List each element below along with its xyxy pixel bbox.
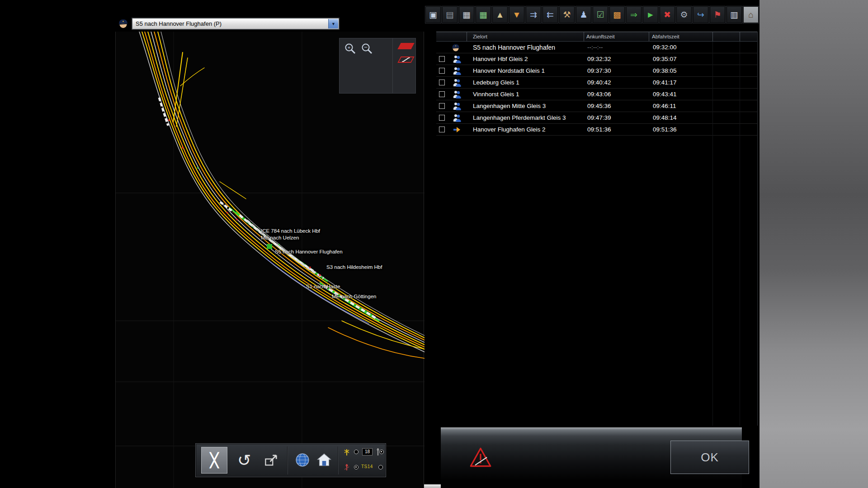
row-checkbox[interactable] bbox=[439, 91, 445, 97]
row-checkbox[interactable] bbox=[439, 56, 445, 62]
delete-button[interactable]: ▤ bbox=[442, 6, 458, 23]
ts-label: TS14 bbox=[361, 464, 373, 469]
abfahrtszeit-cell: 09:41:17 bbox=[653, 79, 677, 86]
pan-tool-button[interactable]: ╳ bbox=[201, 447, 227, 474]
toolbar-divider bbox=[287, 446, 288, 474]
route-edit-icon[interactable] bbox=[397, 56, 414, 63]
move-down-button[interactable]: ▼ bbox=[509, 6, 524, 23]
ok-button[interactable]: OK bbox=[670, 441, 749, 474]
toolbar-divider bbox=[338, 446, 339, 474]
staff-button[interactable]: ♟ bbox=[576, 6, 591, 23]
route-display-icon[interactable] bbox=[397, 43, 414, 49]
timetable-row[interactable]: Ledeburg Gleis 1 09:40:42 09:41:17 bbox=[436, 77, 757, 89]
dialog-panel: OK bbox=[441, 427, 742, 488]
remove-train-button[interactable]: ✖ bbox=[660, 6, 675, 23]
column-divider bbox=[712, 42, 713, 426]
depot-house-icon: ⌂ bbox=[748, 10, 753, 19]
svg-text:+: + bbox=[348, 45, 350, 50]
timetable-row[interactable]: Langenhagen Mitte Gleis 3 09:45:36 09:46… bbox=[436, 100, 757, 112]
timetable-row[interactable]: Hanover Flughafen Gleis 2 09:51:36 09:51… bbox=[436, 124, 757, 136]
person-icon: ♟ bbox=[580, 10, 587, 19]
combo-dropdown-button[interactable]: ▼ bbox=[328, 19, 338, 28]
svg-text:−: − bbox=[364, 44, 368, 51]
contact-grid-green-button[interactable]: ▦ bbox=[476, 6, 491, 23]
ankunftszeit-cell: 09:45:36 bbox=[587, 103, 611, 109]
zielort-cell: Langenhagen Mitte Gleis 3 bbox=[473, 103, 546, 109]
track-map[interactable]: ICE 784 nach Lübeck Hbf ME nach Uelzen S… bbox=[115, 32, 424, 488]
abfahrtszeit-cell: 09:38:05 bbox=[653, 67, 677, 74]
rotate-view-button[interactable]: ↺ bbox=[232, 447, 256, 474]
flag-button[interactable]: ⚑ bbox=[710, 6, 725, 23]
blocks-button[interactable]: ▩ bbox=[609, 6, 625, 23]
enter-depot-button[interactable]: ↪ bbox=[693, 6, 708, 23]
zoom-in-button[interactable]: + bbox=[343, 42, 358, 56]
timetable-row[interactable]: Hanover Hbf Gleis 2 09:32:32 09:35:07 bbox=[436, 53, 757, 65]
tools-button[interactable]: ⚒ bbox=[559, 6, 575, 23]
ts-radio-1[interactable] bbox=[354, 465, 359, 469]
blocks-icon: ▩ bbox=[613, 10, 621, 19]
contact-grid-button[interactable]: ▦ bbox=[459, 6, 474, 23]
settings-button[interactable]: ⚙ bbox=[676, 6, 692, 23]
zielort-cell: Hanover Flughafen Gleis 2 bbox=[473, 126, 546, 133]
move-up-button[interactable]: ▲ bbox=[492, 6, 508, 23]
chevron-down-icon: ▼ bbox=[331, 22, 335, 26]
app-screen: ICE 784 nach Lübeck Hbf ME nach Uelzen S… bbox=[0, 0, 868, 488]
flag-icon: ⚑ bbox=[713, 10, 721, 19]
map-zoom-overlay: + − bbox=[339, 38, 416, 94]
passengers-icon bbox=[453, 90, 462, 99]
passengers-icon bbox=[453, 66, 462, 75]
map-toolbar: ╳ ↺ bbox=[195, 443, 386, 477]
home-view-button[interactable] bbox=[314, 450, 334, 471]
hammer-icon: ⚒ bbox=[563, 10, 571, 19]
globe-icon bbox=[294, 452, 311, 468]
insert-arrow-icon: ⇒ bbox=[630, 10, 637, 19]
gear-icon: ⚙ bbox=[680, 10, 688, 19]
passengers-icon bbox=[453, 113, 462, 122]
save-button[interactable]: ▣ bbox=[425, 6, 441, 23]
row-checkbox[interactable] bbox=[439, 103, 445, 109]
shift-right-button[interactable]: ⇉ bbox=[526, 6, 541, 23]
verify-button[interactable]: ☑ bbox=[593, 6, 608, 23]
timetable-row[interactable]: Langenhagen Pferdemarkt Gleis 3 09:47:39… bbox=[436, 112, 757, 124]
timetable-row[interactable]: S5 nach Hannover Flughafen --:--:-- 09:3… bbox=[436, 42, 757, 53]
passengers-icon bbox=[453, 78, 462, 87]
abfahrtszeit-cell: 09:46:11 bbox=[653, 103, 676, 109]
check-icon: ☑ bbox=[596, 10, 604, 19]
ankunftszeit-cell: 09:37:30 bbox=[587, 67, 611, 74]
abfahrtszeit-cell: 09:48:14 bbox=[653, 114, 677, 121]
signal-radio-1[interactable] bbox=[354, 450, 359, 454]
timetable-panel: Zielort Ankunftszeit Abfahrtszeit S5 nac… bbox=[436, 32, 758, 426]
row-checkbox[interactable] bbox=[439, 115, 445, 121]
calculator-button[interactable]: ▥ bbox=[726, 6, 742, 23]
train-selector[interactable]: S5 nach Hannover Flughafen (P) ▼ bbox=[132, 18, 339, 29]
passengers-icon bbox=[453, 55, 462, 64]
grid-green-icon: ▦ bbox=[479, 10, 487, 19]
zielort-cell: S5 nach Hannover Flughafen bbox=[473, 44, 555, 51]
grid-icon: ▦ bbox=[462, 10, 471, 19]
go-next-button[interactable]: ► bbox=[643, 6, 658, 23]
abfahrtszeit-cell: 09:35:07 bbox=[653, 56, 677, 62]
zielort-cell: Langenhagen Pferdemarkt Gleis 3 bbox=[473, 114, 566, 121]
row-checkbox[interactable] bbox=[439, 127, 445, 132]
home-icon bbox=[316, 452, 332, 468]
insert-train-button[interactable]: ⇒ bbox=[626, 6, 642, 23]
ts-radio-2[interactable] bbox=[378, 465, 383, 469]
globe-view-button[interactable] bbox=[292, 450, 312, 471]
ankunftszeit-cell: 09:32:32 bbox=[587, 56, 611, 62]
shift-left-button[interactable]: ⇇ bbox=[542, 6, 558, 23]
abfahrtszeit-cell: 09:51:36 bbox=[653, 126, 677, 133]
row-checkbox[interactable] bbox=[439, 68, 445, 74]
track-map-canvas bbox=[116, 32, 425, 488]
row-checkbox[interactable] bbox=[439, 80, 445, 85]
zielort-cell: Ledeburg Gleis 1 bbox=[473, 79, 519, 86]
zielort-cell: Hanover Nordstadt Gleis 1 bbox=[473, 67, 545, 74]
export-view-button[interactable] bbox=[260, 449, 283, 472]
timetable-row[interactable]: Hanover Nordstadt Gleis 1 09:37:30 09:38… bbox=[436, 65, 757, 77]
signal-radio-2[interactable] bbox=[379, 450, 384, 454]
ankunftszeit-cell: 09:43:06 bbox=[587, 91, 611, 98]
timetable-row[interactable]: Vinnhorst Gleis 1 09:43:06 09:43:41 bbox=[436, 89, 757, 100]
zoom-out-button[interactable]: − bbox=[360, 42, 374, 56]
trash-icon: ▤ bbox=[446, 10, 454, 19]
signal-value-box[interactable]: 18 bbox=[362, 448, 373, 455]
depot-button[interactable]: ⌂ bbox=[743, 6, 759, 23]
